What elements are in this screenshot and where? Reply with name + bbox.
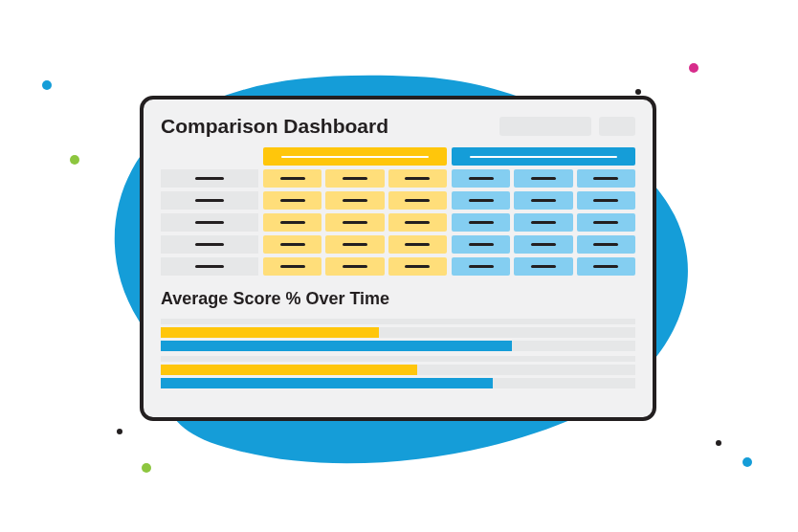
bar-track [161, 341, 635, 351]
page-title: Comparison Dashboard [161, 115, 492, 138]
bar-track [161, 365, 635, 375]
column-group-a [263, 147, 447, 276]
bar-group-1 [161, 319, 635, 351]
table-cell [452, 235, 510, 254]
table-cell [577, 235, 635, 254]
table-cell [452, 169, 510, 188]
table-cell [325, 213, 384, 232]
bar-track [161, 378, 635, 388]
column-group-header [263, 147, 447, 166]
table-cell [388, 191, 447, 210]
table-cell [388, 213, 447, 232]
table-cell [263, 213, 321, 232]
decor-dot [716, 440, 721, 446]
table-cell [514, 169, 572, 188]
bar-label-placeholder [161, 356, 635, 362]
table-cell [263, 257, 321, 276]
table-cell [325, 191, 384, 210]
header-button-secondary[interactable] [599, 117, 635, 136]
table-cell [514, 191, 572, 210]
table-cell [452, 257, 510, 276]
table-cell [514, 235, 572, 254]
table-cell [263, 235, 321, 254]
table-cell [388, 169, 447, 188]
row-header [161, 257, 258, 276]
bar-series-b [161, 378, 493, 388]
bar-series-b [161, 341, 512, 351]
bar-label-placeholder [161, 319, 635, 324]
decor-dot [42, 80, 52, 90]
table-cell [577, 213, 635, 232]
table-cell [263, 169, 321, 188]
table-cell [577, 169, 635, 188]
chart-bars [161, 319, 635, 388]
bar-series-a [161, 365, 417, 375]
table-cell [514, 213, 572, 232]
decor-dot [70, 155, 79, 165]
table-cell [325, 169, 384, 188]
table-cell [325, 257, 384, 276]
row-header [161, 191, 258, 210]
row-header [161, 169, 258, 188]
table-cell [577, 257, 635, 276]
table-cell [452, 191, 510, 210]
table-cell [577, 191, 635, 210]
table-cell [325, 235, 384, 254]
table-cell [452, 213, 510, 232]
table-cell [388, 257, 447, 276]
table-cell [514, 257, 572, 276]
column-group-b [452, 147, 635, 276]
bar-series-a [161, 327, 379, 338]
table-cell [388, 235, 447, 254]
bar-track [161, 327, 635, 338]
decor-dot [743, 457, 752, 467]
table-cell [263, 191, 321, 210]
bar-group-2 [161, 356, 635, 388]
card-header: Comparison Dashboard [161, 115, 635, 138]
row-header [161, 213, 258, 232]
row-header-column [161, 147, 258, 276]
column-group-header [452, 147, 635, 166]
dashboard-card: Comparison Dashboard [140, 96, 656, 421]
comparison-table [161, 147, 635, 276]
row-header [161, 235, 258, 254]
header-button-primary[interactable] [499, 117, 591, 136]
chart-title: Average Score % Over Time [161, 289, 635, 309]
